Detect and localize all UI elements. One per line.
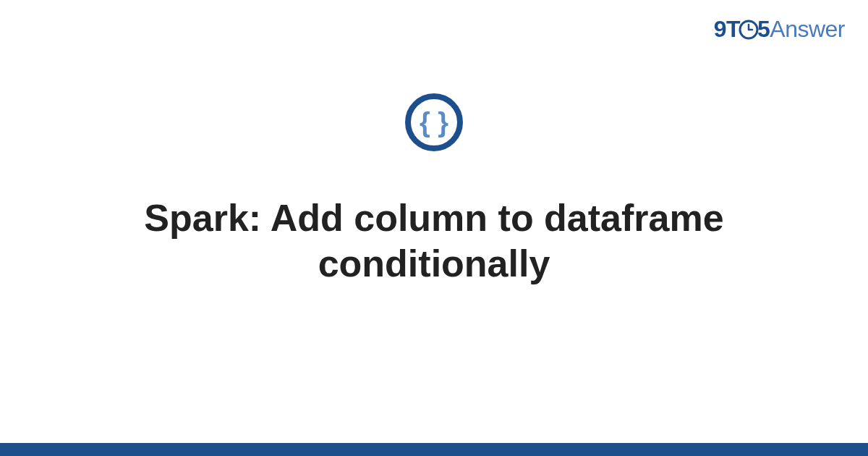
site-logo: 9T5Answer	[714, 16, 845, 43]
code-braces-icon: { }	[404, 93, 464, 152]
page-title: Spark: Add column to dataframe condition…	[72, 195, 796, 287]
main-content: { } Spark: Add column to dataframe condi…	[0, 93, 868, 287]
bottom-accent-bar	[0, 443, 868, 456]
logo-text-9t: 9T	[714, 16, 740, 42]
logo-text-5: 5	[757, 16, 770, 42]
clock-icon	[739, 20, 759, 40]
svg-text:{ }: { }	[420, 107, 448, 138]
logo-text-answer: Answer	[770, 16, 845, 42]
